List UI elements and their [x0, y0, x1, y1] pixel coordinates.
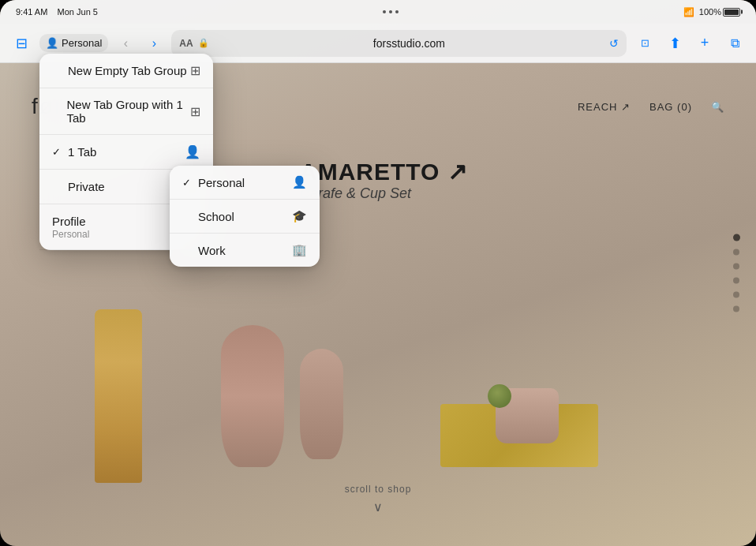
- text-size-label[interactable]: AA: [179, 38, 193, 49]
- work-label: Work: [198, 244, 226, 257]
- share-icon: ⬆: [669, 35, 681, 52]
- school-icon: 🎓: [292, 209, 307, 223]
- sidebar-toggle-button[interactable]: ⊟: [9, 32, 33, 55]
- tabs-icon: ⧉: [731, 36, 739, 50]
- dot-2: [733, 249, 739, 256]
- one-tab-item[interactable]: ✓ 1 Tab 👤: [39, 135, 213, 170]
- menu-item-left-4: Private: [52, 180, 105, 193]
- one-tab-check: ✓: [52, 146, 63, 158]
- new-empty-tab-group-item[interactable]: New Empty Tab Group ⊞: [39, 54, 213, 88]
- date-display: Mon Jun 5: [58, 7, 98, 17]
- one-tab-label: 1 Tab: [68, 145, 96, 159]
- vase1-decoration: [221, 325, 284, 467]
- school-left: School: [182, 210, 234, 223]
- profile-button[interactable]: 👤 Personal: [39, 34, 108, 52]
- reader-icon: ⊡: [641, 37, 649, 49]
- status-center-dots: [383, 10, 399, 13]
- battery-icon: [723, 8, 740, 17]
- school-label: School: [198, 210, 234, 223]
- dot-4: [733, 278, 739, 284]
- new-tab-group-icon: ⊞: [190, 104, 200, 119]
- scroll-label: scroll to shop: [345, 484, 412, 495]
- product-title: AMARETTO ↗: [300, 158, 468, 185]
- personal-left: ✓ Personal: [182, 176, 245, 189]
- back-icon: ‹: [124, 36, 128, 50]
- address-bar[interactable]: AA 🔒 forsstudio.com ↺: [171, 30, 627, 57]
- new-tab-group-tab-item[interactable]: New Tab Group with 1 Tab ⊞: [39, 88, 213, 135]
- url-display[interactable]: forsstudio.com: [214, 37, 604, 50]
- profile-person-icon: 👤: [46, 37, 58, 49]
- status-bar: 9:41 AM Mon Jun 5 📶 100%: [0, 0, 756, 24]
- scroll-cta[interactable]: scroll to shop ∨: [345, 484, 412, 514]
- status-right: 📶 100%: [683, 7, 740, 17]
- forward-button[interactable]: ›: [143, 32, 165, 54]
- time-display: 9:41 AM: [16, 7, 47, 17]
- profile-submenu: ✓ Personal 👤 School 🎓 Work 🏢: [170, 166, 320, 267]
- wifi-icon: 📶: [683, 7, 694, 17]
- product-subtitle: Carafe & Cup Set: [300, 185, 468, 202]
- sidebar-icon: ⊟: [16, 35, 28, 52]
- profile-name-label: Personal: [62, 37, 102, 49]
- ipad-frame: førs REACH ↗ BAG (0) 🔍 AMARETTO ↗ Carafe…: [0, 0, 756, 546]
- battery-container: 100%: [699, 7, 740, 17]
- status-time: 9:41 AM Mon Jun 5: [16, 7, 98, 17]
- product-info: AMARETTO ↗ Carafe & Cup Set: [300, 158, 468, 202]
- back-button[interactable]: ‹: [114, 32, 137, 54]
- bottle-decoration: [95, 309, 142, 483]
- menu-item-left: New Empty Tab Group: [52, 64, 187, 77]
- battery-percentage: 100%: [699, 7, 721, 17]
- add-tab-button[interactable]: +: [693, 32, 717, 55]
- dot-1: [733, 234, 740, 241]
- reload-icon: ↺: [609, 37, 619, 50]
- add-icon: +: [701, 35, 709, 51]
- scroll-arrow: ∨: [345, 499, 412, 514]
- reload-button[interactable]: ↺: [609, 37, 619, 50]
- personal-icon: 👤: [292, 175, 307, 189]
- work-profile-item[interactable]: Work 🏢: [170, 234, 320, 267]
- tab-switcher-button[interactable]: ⧉: [723, 32, 747, 55]
- school-profile-item[interactable]: School 🎓: [170, 200, 320, 234]
- profile-menu-label: Profile: [52, 215, 86, 228]
- share-button[interactable]: ⬆: [663, 32, 687, 55]
- battery-fill: [724, 9, 739, 15]
- vase2-decoration: [300, 349, 343, 459]
- nav-bag[interactable]: BAG (0): [649, 101, 692, 113]
- lock-icon: 🔒: [198, 38, 209, 48]
- personal-label: Personal: [198, 176, 245, 189]
- private-label: Private: [68, 180, 105, 193]
- slide-indicators: [733, 234, 740, 312]
- personal-profile-item[interactable]: ✓ Personal 👤: [170, 166, 320, 200]
- nav-search[interactable]: 🔍: [711, 101, 724, 113]
- one-tab-icon: 👤: [185, 144, 200, 159]
- nav-reach[interactable]: REACH ↗: [578, 101, 631, 113]
- dot-3: [733, 264, 739, 270]
- dot-indicator-3: [395, 10, 399, 13]
- site-nav: REACH ↗ BAG (0) 🔍: [578, 101, 724, 113]
- toolbar-right-actions: ⊡ ⬆ + ⧉: [633, 32, 747, 55]
- reader-view-button[interactable]: ⊡: [633, 32, 657, 55]
- forward-icon: ›: [152, 36, 156, 50]
- work-left: Work: [182, 244, 226, 257]
- personal-checkmark: ✓: [182, 177, 193, 189]
- dot-indicator-2: [389, 10, 392, 13]
- work-icon: 🏢: [292, 243, 307, 257]
- new-tab-group-tab-label: New Tab Group with 1 Tab: [67, 98, 191, 125]
- menu-item-left-3: ✓ 1 Tab: [52, 145, 96, 159]
- dot-6: [733, 306, 739, 312]
- new-empty-tab-group-icon: ⊞: [190, 63, 200, 78]
- new-empty-tab-group-label: New Empty Tab Group: [68, 64, 187, 77]
- olive-decoration: [488, 384, 511, 408]
- dot-5: [733, 292, 739, 298]
- dot-indicator-1: [383, 10, 386, 13]
- menu-item-left-2: New Tab Group with 1 Tab: [52, 98, 190, 125]
